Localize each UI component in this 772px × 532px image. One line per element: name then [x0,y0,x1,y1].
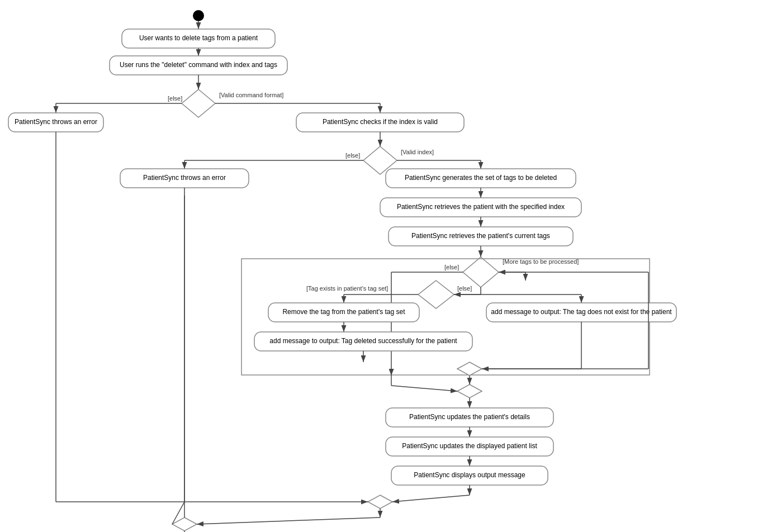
label-d4-exists: [Tag exists in patient's tag set] [306,285,388,292]
node-n12-text: PatientSync updates the patient's detail… [409,413,530,421]
node-n2-text: User runs the "deletet" command with ind… [120,61,277,69]
label-d3-more: [More tags to be processed] [503,258,579,265]
node-n5-error-text: PatientSync throws an error [143,174,226,182]
label-d1-valid: [Valid command format] [219,92,283,98]
node-n13-text: PatientSync updates the displayed patien… [402,442,537,450]
diamond-7-final [368,495,392,509]
arrow-to-d7 [392,495,470,502]
start-node [193,10,204,21]
node-n8-text: PatientSync retrieves the patient's curr… [411,232,550,240]
node-n6-text: PatientSync generates the set of tags to… [405,174,557,182]
arrow-d7-final2 [197,517,380,524]
diamond-final2 [172,517,197,531]
activity-diagram: User wants to delete tags from a patient… [0,0,772,532]
node-n9-text: Remove the tag from the patient's tag se… [282,308,405,316]
diagram-container: User wants to delete tags from a patient… [0,0,772,532]
diamond-6 [457,384,482,398]
node-n4-text: PatientSync checks if the index is valid [323,118,438,126]
label-d2-valid: [Valid index] [401,149,434,155]
node-n3-error-text: PatientSync throws an error [15,118,97,126]
label-d4-else: [else] [457,285,472,292]
node-n11-text: add message to output: Tag deleted succe… [269,337,457,345]
node-n1-text: User wants to delete tags from a patient [139,34,258,42]
label-d1-else: [else] [168,95,182,102]
arrow-else-d6 [391,386,457,391]
label-d3-else: [else] [444,264,459,270]
diamond-1 [182,89,215,117]
diamond-3 [463,257,499,287]
node-n7-text: PatientSync retrieves the patient with t… [397,203,565,211]
diamond-4 [418,281,454,308]
node-n14-text: PatientSync displays output message [414,471,525,479]
label-d2-else: [else] [345,152,360,159]
diamond-5 [457,362,482,376]
node-n10-text: add message to output: The tag does not … [491,308,672,316]
